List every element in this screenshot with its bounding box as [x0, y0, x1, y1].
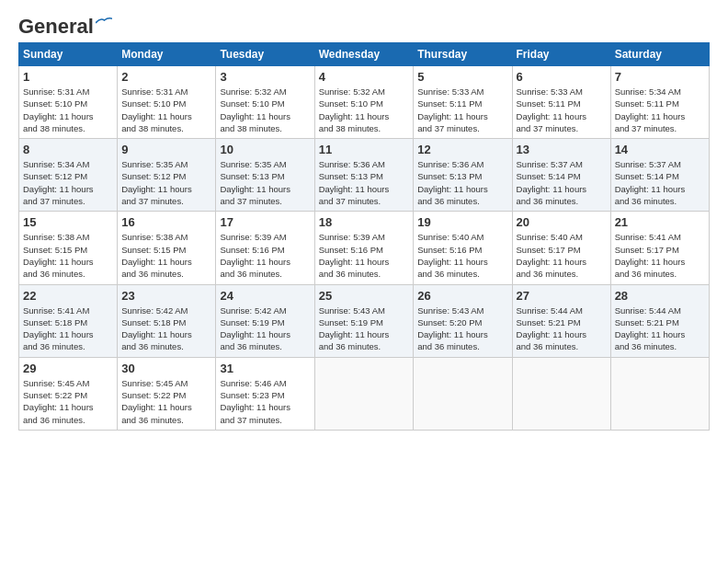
day-detail: Sunrise: 5:43 AM Sunset: 5:19 PM Dayligh…: [319, 304, 410, 353]
day-detail: Sunrise: 5:33 AM Sunset: 5:11 PM Dayligh…: [517, 86, 607, 134]
day-number: 13: [517, 143, 607, 156]
calendar-cell: 11Sunrise: 5:36 AM Sunset: 5:13 PM Dayli…: [314, 139, 414, 212]
day-detail: Sunrise: 5:31 AM Sunset: 5:10 PM Dayligh…: [23, 86, 113, 134]
day-number: 8: [23, 143, 113, 156]
day-detail: Sunrise: 5:45 AM Sunset: 5:22 PM Dayligh…: [121, 377, 211, 426]
day-number: 14: [615, 143, 705, 156]
calendar-cell: 30Sunrise: 5:45 AM Sunset: 5:22 PM Dayli…: [118, 357, 216, 430]
calendar-cell: 18Sunrise: 5:39 AM Sunset: 5:16 PM Dayli…: [314, 212, 414, 284]
calendar-cell: 8Sunrise: 5:34 AM Sunset: 5:12 PM Daylig…: [19, 139, 118, 212]
day-number: 18: [319, 215, 410, 229]
weekday-header-friday: Friday: [512, 43, 610, 66]
day-number: 3: [220, 70, 310, 84]
calendar-cell: 21Sunrise: 5:41 AM Sunset: 5:17 PM Dayli…: [610, 212, 709, 284]
day-detail: Sunrise: 5:32 AM Sunset: 5:10 PM Dayligh…: [319, 86, 410, 134]
day-detail: Sunrise: 5:33 AM Sunset: 5:11 PM Dayligh…: [417, 86, 507, 134]
calendar-cell: 9Sunrise: 5:35 AM Sunset: 5:12 PM Daylig…: [118, 139, 216, 212]
day-detail: Sunrise: 5:44 AM Sunset: 5:21 PM Dayligh…: [517, 304, 607, 353]
day-detail: Sunrise: 5:38 AM Sunset: 5:15 PM Dayligh…: [121, 231, 211, 280]
calendar-cell: 24Sunrise: 5:42 AM Sunset: 5:19 PM Dayli…: [216, 284, 314, 357]
day-number: 7: [615, 70, 705, 84]
calendar-cell: 13Sunrise: 5:37 AM Sunset: 5:14 PM Dayli…: [512, 139, 610, 212]
calendar-cell: [414, 357, 512, 430]
day-number: 15: [23, 215, 113, 229]
calendar-cell: 1Sunrise: 5:31 AM Sunset: 5:10 PM Daylig…: [19, 66, 118, 139]
weekday-header-wednesday: Wednesday: [314, 43, 414, 66]
calendar-cell: 4Sunrise: 5:32 AM Sunset: 5:10 PM Daylig…: [314, 66, 414, 139]
day-number: 5: [417, 70, 507, 84]
calendar-cell: 12Sunrise: 5:36 AM Sunset: 5:13 PM Dayli…: [414, 139, 512, 212]
calendar-table: SundayMondayTuesdayWednesdayThursdayFrid…: [18, 42, 710, 431]
day-number: 24: [220, 289, 310, 303]
calendar-cell: 16Sunrise: 5:38 AM Sunset: 5:15 PM Dayli…: [118, 212, 216, 284]
day-number: 28: [615, 289, 705, 303]
day-detail: Sunrise: 5:41 AM Sunset: 5:18 PM Dayligh…: [23, 304, 113, 353]
day-detail: Sunrise: 5:41 AM Sunset: 5:17 PM Dayligh…: [615, 231, 705, 280]
day-detail: Sunrise: 5:44 AM Sunset: 5:21 PM Dayligh…: [615, 304, 705, 353]
calendar-cell: 10Sunrise: 5:35 AM Sunset: 5:13 PM Dayli…: [216, 139, 314, 212]
day-number: 1: [23, 70, 113, 84]
day-number: 11: [319, 143, 410, 156]
day-number: 12: [417, 143, 507, 156]
day-detail: Sunrise: 5:35 AM Sunset: 5:13 PM Dayligh…: [220, 158, 310, 207]
day-number: 4: [319, 70, 410, 84]
day-detail: Sunrise: 5:40 AM Sunset: 5:17 PM Dayligh…: [517, 231, 607, 280]
calendar-cell: 3Sunrise: 5:32 AM Sunset: 5:10 PM Daylig…: [216, 66, 314, 139]
day-detail: Sunrise: 5:39 AM Sunset: 5:16 PM Dayligh…: [319, 231, 410, 280]
day-detail: Sunrise: 5:45 AM Sunset: 5:22 PM Dayligh…: [23, 377, 113, 426]
calendar-cell: 17Sunrise: 5:39 AM Sunset: 5:16 PM Dayli…: [216, 212, 314, 284]
day-number: 30: [121, 362, 211, 375]
calendar-cell: [610, 357, 709, 430]
day-number: 17: [220, 215, 310, 229]
calendar-cell: 29Sunrise: 5:45 AM Sunset: 5:22 PM Dayli…: [19, 357, 118, 430]
day-number: 21: [615, 215, 705, 229]
day-detail: Sunrise: 5:34 AM Sunset: 5:12 PM Dayligh…: [23, 158, 113, 207]
weekday-header-saturday: Saturday: [610, 43, 709, 66]
calendar-cell: 23Sunrise: 5:42 AM Sunset: 5:18 PM Dayli…: [118, 284, 216, 357]
day-detail: Sunrise: 5:40 AM Sunset: 5:16 PM Dayligh…: [417, 231, 507, 280]
day-number: 29: [23, 362, 113, 375]
day-detail: Sunrise: 5:46 AM Sunset: 5:23 PM Dayligh…: [220, 377, 310, 426]
day-detail: Sunrise: 5:43 AM Sunset: 5:20 PM Dayligh…: [417, 304, 507, 353]
day-number: 6: [517, 70, 607, 84]
logo-general: General: [18, 15, 94, 39]
day-detail: Sunrise: 5:35 AM Sunset: 5:12 PM Dayligh…: [121, 158, 211, 207]
calendar-cell: [512, 357, 610, 430]
day-number: 23: [121, 289, 211, 303]
day-detail: Sunrise: 5:31 AM Sunset: 5:10 PM Dayligh…: [121, 86, 211, 134]
day-detail: Sunrise: 5:42 AM Sunset: 5:18 PM Dayligh…: [121, 304, 211, 353]
calendar-cell: 7Sunrise: 5:34 AM Sunset: 5:11 PM Daylig…: [610, 66, 709, 139]
weekday-header-sunday: Sunday: [19, 43, 118, 66]
day-detail: Sunrise: 5:37 AM Sunset: 5:14 PM Dayligh…: [517, 158, 607, 207]
logo-bird-icon: [96, 17, 112, 29]
calendar-cell: 19Sunrise: 5:40 AM Sunset: 5:16 PM Dayli…: [414, 212, 512, 284]
calendar-cell: 5Sunrise: 5:33 AM Sunset: 5:11 PM Daylig…: [414, 66, 512, 139]
calendar-cell: 25Sunrise: 5:43 AM Sunset: 5:19 PM Dayli…: [314, 284, 414, 357]
day-detail: Sunrise: 5:36 AM Sunset: 5:13 PM Dayligh…: [417, 158, 507, 207]
day-detail: Sunrise: 5:39 AM Sunset: 5:16 PM Dayligh…: [220, 231, 310, 280]
day-number: 9: [121, 143, 211, 156]
calendar-cell: 27Sunrise: 5:44 AM Sunset: 5:21 PM Dayli…: [512, 284, 610, 357]
calendar-cell: 26Sunrise: 5:43 AM Sunset: 5:20 PM Dayli…: [414, 284, 512, 357]
day-number: 16: [121, 215, 211, 229]
day-number: 19: [417, 215, 507, 229]
day-number: 10: [220, 143, 310, 156]
day-detail: Sunrise: 5:38 AM Sunset: 5:15 PM Dayligh…: [23, 231, 113, 280]
calendar-cell: [314, 357, 414, 430]
day-detail: Sunrise: 5:34 AM Sunset: 5:11 PM Dayligh…: [615, 86, 705, 134]
calendar-cell: 20Sunrise: 5:40 AM Sunset: 5:17 PM Dayli…: [512, 212, 610, 284]
weekday-header-monday: Monday: [118, 43, 216, 66]
weekday-header-thursday: Thursday: [414, 43, 512, 66]
calendar-cell: 28Sunrise: 5:44 AM Sunset: 5:21 PM Dayli…: [610, 284, 709, 357]
day-number: 27: [517, 289, 607, 303]
day-detail: Sunrise: 5:42 AM Sunset: 5:19 PM Dayligh…: [220, 304, 310, 353]
page-header: General: [18, 15, 710, 35]
day-number: 31: [220, 362, 310, 375]
day-number: 26: [417, 289, 507, 303]
calendar-cell: 15Sunrise: 5:38 AM Sunset: 5:15 PM Dayli…: [19, 212, 118, 284]
logo: General: [18, 15, 112, 35]
day-detail: Sunrise: 5:32 AM Sunset: 5:10 PM Dayligh…: [220, 86, 310, 134]
calendar-cell: 14Sunrise: 5:37 AM Sunset: 5:14 PM Dayli…: [610, 139, 709, 212]
day-number: 20: [517, 215, 607, 229]
calendar-cell: 31Sunrise: 5:46 AM Sunset: 5:23 PM Dayli…: [216, 357, 314, 430]
